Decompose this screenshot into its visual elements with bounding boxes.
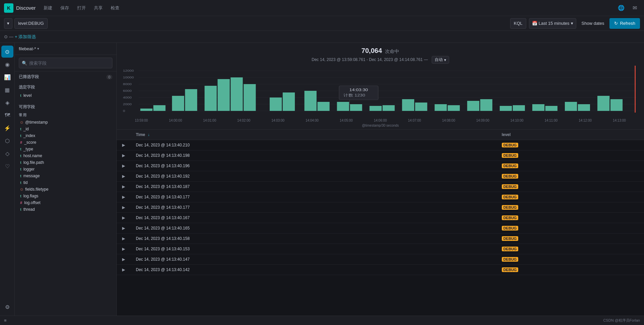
right-panel: ◂ 70,064 次命中 Dec 14, 2023 @ 13:59:08.761…: [117, 43, 644, 316]
chart-x-axis: 13:59:00 14:00:00 14:01:00 14:02:00 14:0…: [122, 119, 639, 123]
field-name: log.offset: [24, 200, 40, 205]
field-item-message[interactable]: t message: [19, 173, 112, 179]
uptime-icon[interactable]: ♡: [1, 160, 13, 172]
svg-rect-24: [305, 91, 317, 111]
time-picker[interactable]: 📅 Last 15 minutes ▾: [529, 18, 576, 29]
field-item-type[interactable]: t _type: [19, 146, 112, 152]
search-fields-input[interactable]: [29, 61, 109, 66]
save-button[interactable]: 保存: [58, 4, 72, 12]
expand-row-button[interactable]: ▶: [121, 204, 126, 210]
level-cell: DEBUG: [498, 150, 644, 161]
level-cell: DEBUG: [498, 192, 644, 202]
field-name: level: [23, 93, 32, 98]
expand-row-button[interactable]: ▶: [121, 194, 126, 200]
level-cell: DEBUG: [498, 254, 644, 265]
sidebar-toggle-button[interactable]: ≡: [4, 318, 7, 323]
svg-text:2000: 2000: [123, 103, 132, 106]
field-item-tid[interactable]: t tid: [19, 179, 112, 186]
field-item-fields-filetype[interactable]: ⊙ fields.filetype: [19, 186, 112, 193]
field-item-score[interactable]: # _score: [19, 139, 112, 146]
expand-row-button[interactable]: ▶: [121, 225, 126, 231]
time-column-header[interactable]: Time ↓: [132, 130, 498, 140]
field-item-log-offset[interactable]: # log.offset: [19, 199, 112, 206]
dashboard-icon[interactable]: ▦: [1, 84, 13, 96]
time-cell: Dec 14, 2023 @ 14:13:40.142: [132, 265, 498, 275]
kql-button[interactable]: KQL: [510, 18, 526, 29]
field-type-icon: t: [20, 93, 21, 97]
expand-column-header: [117, 130, 132, 140]
field-item-id[interactable]: t _id: [19, 126, 112, 132]
expand-cell: ▶: [117, 234, 132, 244]
field-name: log.file.path: [23, 160, 44, 165]
svg-text:0: 0: [123, 109, 125, 113]
chart-subtitle: @timestamp/30 seconds: [122, 123, 639, 129]
field-item-logger[interactable]: t logger: [19, 166, 112, 173]
expand-row-button[interactable]: ▶: [121, 184, 126, 190]
table-row: ▶ Dec 14, 2023 @ 14:13:40.165 DEBUG: [117, 223, 644, 234]
expand-row-button[interactable]: ▶: [121, 215, 126, 221]
expand-row-button[interactable]: ▶: [121, 163, 126, 169]
svg-rect-42: [597, 96, 609, 111]
ml-icon[interactable]: ⚡: [1, 122, 13, 134]
field-item-log-flags[interactable]: t log.flags: [19, 193, 112, 199]
new-button[interactable]: 新建: [41, 4, 55, 12]
inspect-button[interactable]: 检查: [108, 4, 122, 12]
open-button[interactable]: 打开: [74, 4, 89, 12]
maps-icon[interactable]: 🗺: [1, 109, 13, 121]
share-button[interactable]: 共享: [91, 4, 105, 12]
table-row: ▶ Dec 14, 2023 @ 14:13:40.198 DEBUG: [117, 150, 644, 161]
mail-icon-btn[interactable]: ✉: [629, 3, 640, 13]
globe-icon-btn[interactable]: 🌐: [616, 3, 627, 13]
settings-icon[interactable]: ⚙: [1, 301, 13, 313]
debug-badge: DEBUG: [502, 164, 519, 168]
time-range-label: Last 15 minutes: [539, 21, 570, 26]
expand-row-button[interactable]: ▶: [121, 152, 126, 158]
filter-row: ⊙ — + 添加筛选: [0, 31, 644, 43]
expand-row-button[interactable]: ▶: [121, 256, 126, 262]
expand-row-button[interactable]: ▶: [121, 267, 126, 273]
time-cell: Dec 14, 2023 @ 14:13:40.165: [132, 223, 498, 234]
debug-badge: DEBUG: [502, 267, 519, 272]
home-icon[interactable]: ⊙: [1, 46, 13, 58]
visualize-icon[interactable]: 📊: [1, 71, 13, 83]
debug-badge: DEBUG: [502, 205, 519, 210]
refresh-button[interactable]: ↻ Refresh: [609, 18, 640, 29]
expand-row-button[interactable]: ▶: [121, 246, 126, 252]
field-item-hostname[interactable]: t host.name: [19, 152, 112, 159]
expand-row-button[interactable]: ▶: [121, 236, 126, 242]
infra-icon[interactable]: ⬡: [1, 135, 13, 147]
svg-rect-33: [448, 105, 460, 111]
debug-badge: DEBUG: [502, 184, 519, 189]
expand-cell: ▶: [117, 213, 132, 223]
left-icon-bar: ⊙ ◉ 📊 ▦ ◈ 🗺 ⚡ ⬡ ◇ ♡ ⚙: [0, 43, 15, 316]
calendar-icon: 📅: [532, 21, 537, 26]
debug-badge: DEBUG: [502, 215, 519, 220]
add-filter-link[interactable]: + 添加筛选: [15, 34, 36, 40]
toggle-filter-btn[interactable]: ⊙: [4, 34, 8, 39]
field-item-thread[interactable]: t thread: [19, 206, 112, 213]
index-pattern-selector[interactable]: filebeat-* ▾: [19, 46, 112, 51]
field-item-logpath[interactable]: t log.file.path: [19, 159, 112, 166]
svg-rect-40: [565, 102, 577, 111]
expand-cell: ▶: [117, 150, 132, 161]
field-item-index[interactable]: t _index: [19, 132, 112, 139]
level-column-header[interactable]: level: [498, 130, 644, 140]
chart-count: 70,064: [362, 47, 382, 54]
search-icon: 🔍: [22, 61, 27, 66]
filter-options-dropdown[interactable]: ▾: [4, 18, 12, 29]
expand-row-button[interactable]: ▶: [121, 142, 126, 148]
level-cell: DEBUG: [498, 140, 644, 150]
auto-select-dropdown[interactable]: 自动 ▾: [432, 56, 449, 64]
field-item-timestamp[interactable]: ⊙ @timestamp: [19, 119, 112, 126]
svg-rect-16: [172, 96, 184, 111]
canvas-icon[interactable]: ◈: [1, 96, 13, 109]
field-name: _id: [23, 127, 29, 131]
apm-icon[interactable]: ◇: [1, 147, 13, 159]
expand-row-button[interactable]: ▶: [121, 173, 126, 179]
svg-rect-31: [415, 103, 427, 111]
discover-icon[interactable]: ◉: [1, 58, 13, 70]
available-fields-section: 可用字段 常用 ⊙ @timestamp t _id t _index # _s: [15, 102, 116, 215]
show-dates-button[interactable]: Show dates: [579, 18, 607, 29]
time-cell: Dec 14, 2023 @ 14:13:40.177: [132, 202, 498, 213]
field-item-level[interactable]: t level: [19, 92, 112, 99]
